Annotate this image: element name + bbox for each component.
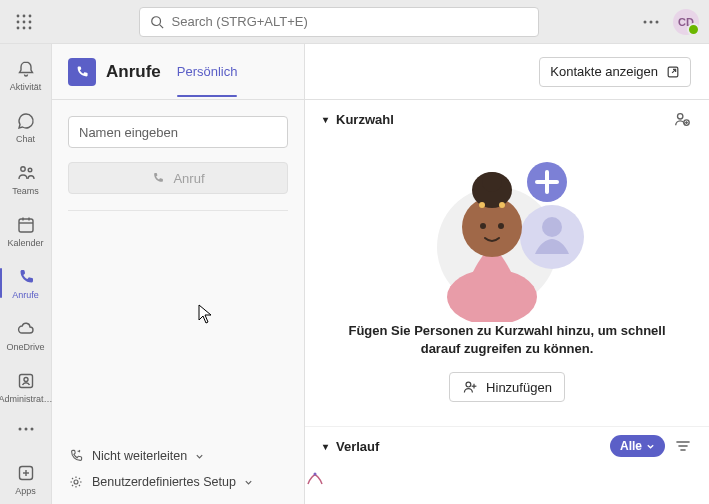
app-launcher-icon[interactable] [10,8,38,36]
rail-teams[interactable]: Teams [0,154,52,204]
svg-point-44 [480,223,486,229]
rail-more[interactable] [0,414,52,444]
tab-personal[interactable]: Persönlich [177,46,238,97]
chevron-down-icon [646,442,655,451]
app-rail: Aktivität Chat Teams Kalender Anrufe One… [0,44,52,504]
svg-point-14 [20,167,24,171]
svg-point-47 [499,202,505,208]
svg-point-11 [644,20,647,23]
rail-calendar[interactable]: Kalender [0,206,52,256]
rail-activity[interactable]: Aktivität [0,50,52,100]
svg-point-3 [17,20,20,23]
rail-calls[interactable]: Anrufe [0,258,52,308]
svg-point-24 [30,428,33,431]
rail-onedrive[interactable]: OneDrive [0,310,52,360]
svg-point-54 [314,473,317,476]
apps-icon [15,462,37,484]
phone-forward-icon [68,448,84,464]
history-section-head: ▾ Verlauf Alle [305,426,709,465]
calls-badge-icon [68,58,96,86]
bell-icon [15,58,37,80]
history-empty-icon [305,465,709,493]
speeddial-empty-state: Fügen Sie Personen zu Kurzwahl hinzu, um… [305,138,709,420]
calls-left-pane: Anrufe Persönlich Anruf Nicht weiterleit… [52,44,305,504]
add-speeddial-button[interactable]: Hinzufügen [449,372,565,402]
rail-admin[interactable]: Administrat… [0,362,52,412]
forward-setting[interactable]: Nicht weiterleiten [68,448,288,464]
svg-point-2 [29,14,32,17]
svg-point-13 [656,20,659,23]
call-button[interactable]: Anruf [68,162,288,194]
svg-point-5 [29,20,32,23]
svg-point-4 [23,20,26,23]
phone-icon [15,266,37,288]
svg-point-7 [23,26,26,29]
svg-point-1 [23,14,26,17]
search-box[interactable] [139,7,539,37]
cursor-icon [198,304,214,324]
svg-point-9 [151,16,160,25]
custom-setup[interactable]: Benutzerdefiniertes Setup [68,474,288,490]
chevron-down-icon [244,478,253,487]
divider [68,210,288,211]
collapse-icon[interactable]: ▾ [323,441,328,452]
add-contact-icon[interactable] [673,110,691,128]
svg-point-0 [17,14,20,17]
svg-point-12 [650,20,653,23]
svg-point-6 [17,26,20,29]
empty-illustration [407,142,607,322]
svg-point-46 [479,202,485,208]
history-empty-text: Wenn Sie einen Anruf tätigen oder empfan… [305,493,709,504]
svg-point-8 [29,26,32,29]
phone-icon [151,171,165,185]
speeddial-title: Kurzwahl [336,112,394,127]
history-filter-pill[interactable]: Alle [610,435,665,457]
filter-icon[interactable] [675,438,691,454]
more-icon [18,427,34,431]
calendar-icon [15,214,37,236]
chevron-down-icon [195,452,204,461]
chat-icon [15,110,37,132]
more-options-icon[interactable] [639,16,663,28]
svg-point-30 [678,114,683,119]
svg-line-10 [159,24,163,28]
svg-point-45 [498,223,504,229]
name-input[interactable] [68,116,288,148]
rail-apps[interactable]: Apps [0,454,52,504]
show-contacts-button[interactable]: Kontakte anzeigen [539,57,691,87]
admin-icon [15,370,37,392]
speeddial-section-head: ▾ Kurzwahl [305,100,709,138]
svg-point-48 [466,383,471,388]
rail-chat[interactable]: Chat [0,102,52,152]
popout-icon [666,65,680,79]
cloud-icon [15,318,37,340]
svg-rect-16 [19,219,33,232]
svg-point-28 [74,480,78,484]
speeddial-empty-text: Fügen Sie Personen zu Kurzwahl hinzu, um… [347,322,667,358]
user-avatar[interactable]: CD [673,9,699,35]
search-icon [150,15,164,29]
collapse-icon[interactable]: ▾ [323,114,328,125]
svg-point-15 [28,168,32,172]
teams-icon [15,162,37,184]
history-title: Verlauf [336,439,379,454]
person-add-icon [462,379,478,395]
svg-point-43 [482,172,502,192]
calls-title: Anrufe [106,62,161,82]
svg-point-22 [18,428,21,431]
svg-point-21 [24,378,28,382]
svg-point-23 [24,428,27,431]
gear-icon [68,474,84,490]
search-input[interactable] [172,14,528,29]
topbar: CD [0,0,709,44]
svg-point-36 [542,217,562,237]
calls-right-pane: Kontakte anzeigen ▾ Kurzwahl [305,44,709,504]
